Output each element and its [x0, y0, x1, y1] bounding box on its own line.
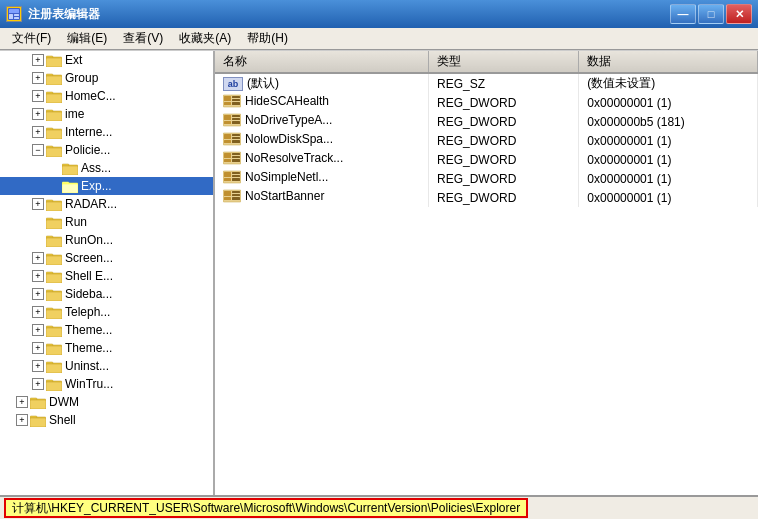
- svg-rect-134: [232, 96, 240, 98]
- svg-rect-138: [224, 115, 231, 120]
- expand-btn-wintru[interactable]: +: [32, 378, 44, 390]
- tree-item-policie[interactable]: − Policie...: [0, 141, 213, 159]
- cell-name: NolowDiskSpa...: [215, 131, 428, 150]
- expand-btn-dwm[interactable]: +: [16, 396, 28, 408]
- tree-item-runon[interactable]: RunOn...: [0, 231, 213, 249]
- col-data[interactable]: 数据: [579, 51, 758, 73]
- tree-label-radar: RADAR...: [65, 197, 117, 211]
- minimize-button[interactable]: —: [670, 4, 696, 24]
- close-button[interactable]: ✕: [726, 4, 752, 24]
- col-name[interactable]: 名称: [215, 51, 428, 73]
- dword-icon: [223, 151, 241, 165]
- svg-rect-43: [62, 164, 69, 166]
- tree-item-wintru[interactable]: + WinTru...: [0, 375, 213, 393]
- expand-btn-theme2[interactable]: +: [32, 342, 44, 354]
- tree-item-run[interactable]: Run: [0, 213, 213, 231]
- tree-label-interne: Interne...: [65, 125, 112, 139]
- tree-item-theme2[interactable]: + Theme...: [0, 339, 213, 357]
- table-row[interactable]: ab (默认)REG_SZ(数值未设置): [215, 73, 758, 93]
- expand-btn-radar[interactable]: +: [32, 198, 44, 210]
- tree-item-screen[interactable]: + Screen...: [0, 249, 213, 267]
- folder-icon-dwm: [30, 395, 46, 409]
- expand-btn-ext[interactable]: +: [32, 54, 44, 66]
- tree-item-sideba[interactable]: + Sideba...: [0, 285, 213, 303]
- svg-rect-45: [62, 166, 78, 175]
- cell-type: REG_DWORD: [428, 150, 578, 169]
- svg-rect-165: [232, 194, 240, 196]
- svg-rect-144: [224, 134, 231, 139]
- dword-icon: [223, 170, 241, 184]
- table-row[interactable]: NoStartBannerREG_DWORD0x00000001 (1): [215, 188, 758, 207]
- expand-btn-screen[interactable]: +: [32, 252, 44, 264]
- tree-item-uninst[interactable]: + Uninst...: [0, 357, 213, 375]
- table-row[interactable]: NoResolveTrack...REG_DWORD0x00000001 (1): [215, 150, 758, 169]
- folder-icon-exp: [62, 179, 78, 193]
- tree-item-interne[interactable]: + Interne...: [0, 123, 213, 141]
- expand-btn-interne[interactable]: +: [32, 126, 44, 138]
- svg-rect-150: [224, 153, 231, 158]
- menu-view[interactable]: 查看(V): [115, 28, 171, 49]
- cell-type: REG_DWORD: [428, 112, 578, 131]
- window-title: 注册表编辑器: [28, 6, 670, 23]
- svg-rect-91: [46, 308, 53, 310]
- tree-item-dwm[interactable]: + DWM: [0, 393, 213, 411]
- svg-rect-145: [224, 140, 231, 143]
- menu-edit[interactable]: 编辑(E): [59, 28, 115, 49]
- expand-btn-teleph[interactable]: +: [32, 306, 44, 318]
- tree-item-ext[interactable]: + Ext: [0, 51, 213, 69]
- svg-rect-121: [30, 398, 37, 400]
- tree-item-theme1[interactable]: + Theme...: [0, 321, 213, 339]
- svg-rect-111: [46, 364, 62, 373]
- tree-item-group[interactable]: + Group: [0, 69, 213, 87]
- folder-icon-group: [46, 71, 62, 85]
- svg-rect-25: [46, 110, 53, 112]
- cell-name: NoResolveTrack...: [215, 150, 428, 169]
- dword-icon: [223, 113, 241, 127]
- expand-btn-group[interactable]: +: [32, 72, 44, 84]
- col-type[interactable]: 类型: [428, 51, 578, 73]
- maximize-button[interactable]: □: [698, 4, 724, 24]
- tree-item-exp[interactable]: Exp...: [0, 177, 213, 195]
- tree-item-ime[interactable]: + ime: [0, 105, 213, 123]
- svg-rect-105: [46, 346, 62, 355]
- svg-rect-63: [46, 220, 62, 229]
- svg-rect-49: [62, 182, 69, 184]
- expand-btn-ime[interactable]: +: [32, 108, 44, 120]
- table-row[interactable]: NoSimpleNetl...REG_DWORD0x00000001 (1): [215, 169, 758, 188]
- expand-btn-homec[interactable]: +: [32, 90, 44, 102]
- svg-rect-139: [224, 121, 231, 124]
- tree-item-shell[interactable]: + Shell: [0, 411, 213, 429]
- expand-btn-uninst[interactable]: +: [32, 360, 44, 372]
- svg-rect-153: [232, 156, 240, 158]
- menu-favorites[interactable]: 收藏夹(A): [171, 28, 239, 49]
- table-row[interactable]: NoDriveTypeA...REG_DWORD0x000000b5 (181): [215, 112, 758, 131]
- expand-btn-policie[interactable]: −: [32, 144, 44, 156]
- folder-icon-ime: [46, 107, 62, 121]
- tree-item-teleph[interactable]: + Teleph...: [0, 303, 213, 321]
- svg-rect-109: [46, 362, 53, 364]
- folder-icon-interne: [46, 125, 62, 139]
- tree-item-radar[interactable]: + RADAR...: [0, 195, 213, 213]
- tree-label-runon: RunOn...: [65, 233, 113, 247]
- tree-item-shell_e[interactable]: + Shell E...: [0, 267, 213, 285]
- tree-item-ass[interactable]: Ass...: [0, 159, 213, 177]
- table-row[interactable]: NolowDiskSpa...REG_DWORD0x00000001 (1): [215, 131, 758, 150]
- expand-btn-theme1[interactable]: +: [32, 324, 44, 336]
- expand-btn-sideba[interactable]: +: [32, 288, 44, 300]
- svg-rect-1: [9, 9, 19, 13]
- tree-label-theme2: Theme...: [65, 341, 112, 355]
- expand-btn-shell_e[interactable]: +: [32, 270, 44, 282]
- svg-rect-140: [232, 115, 240, 117]
- cell-type: REG_SZ: [428, 73, 578, 93]
- tree-item-homec[interactable]: + HomeC...: [0, 87, 213, 105]
- registry-table: 名称 类型 数据 ab (默认)REG_SZ(数值未设置) HideSCAHea…: [215, 51, 758, 207]
- svg-rect-148: [232, 140, 240, 143]
- expand-btn-shell[interactable]: +: [16, 414, 28, 426]
- table-row[interactable]: HideSCAHealthREG_DWORD0x00000001 (1): [215, 93, 758, 112]
- menu-file[interactable]: 文件(F): [4, 28, 59, 49]
- menu-help[interactable]: 帮助(H): [239, 28, 296, 49]
- svg-rect-117: [46, 382, 62, 391]
- tree-pane[interactable]: + Ext+ Group+ HomeC...+ ime+ Interne...−: [0, 51, 215, 495]
- svg-rect-156: [224, 172, 231, 177]
- svg-rect-21: [46, 94, 62, 103]
